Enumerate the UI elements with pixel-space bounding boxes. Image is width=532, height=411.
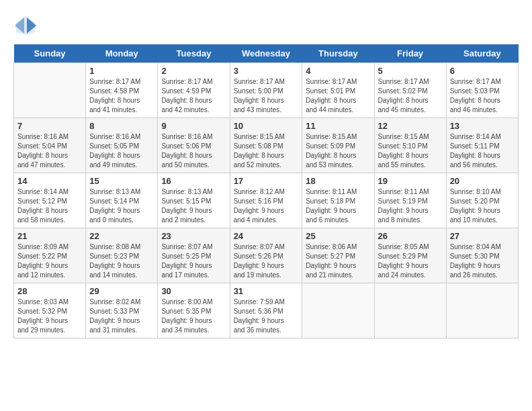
day-number: 26 — [378, 231, 443, 241]
calendar-cell — [302, 283, 374, 338]
calendar-cell: 8Sunrise: 8:16 AM Sunset: 5:05 PM Daylig… — [86, 118, 158, 173]
day-number: 12 — [378, 121, 443, 131]
weekday-header-row: SundayMondayTuesdayWednesdayThursdayFrid… — [14, 44, 519, 63]
day-number: 27 — [450, 231, 515, 241]
day-number: 17 — [234, 176, 299, 186]
day-info: Sunrise: 8:15 AM Sunset: 5:08 PM Dayligh… — [234, 132, 299, 170]
day-info: Sunrise: 8:06 AM Sunset: 5:27 PM Dayligh… — [306, 242, 370, 280]
calendar-cell: 3Sunrise: 8:17 AM Sunset: 5:00 PM Daylig… — [230, 63, 302, 118]
day-info: Sunrise: 7:59 AM Sunset: 5:36 PM Dayligh… — [234, 298, 299, 335]
calendar-cell: 26Sunrise: 8:05 AM Sunset: 5:29 PM Dayli… — [374, 228, 446, 283]
day-info: Sunrise: 8:17 AM Sunset: 4:58 PM Dayligh… — [89, 77, 154, 115]
day-info: Sunrise: 8:13 AM Sunset: 5:15 PM Dayligh… — [161, 187, 226, 225]
day-info: Sunrise: 8:16 AM Sunset: 5:05 PM Dayligh… — [89, 132, 154, 170]
day-info: Sunrise: 8:02 AM Sunset: 5:33 PM Dayligh… — [89, 298, 154, 335]
calendar-cell: 14Sunrise: 8:14 AM Sunset: 5:12 PM Dayli… — [14, 173, 86, 228]
day-info: Sunrise: 8:09 AM Sunset: 5:22 PM Dayligh… — [17, 242, 82, 280]
calendar-cell: 5Sunrise: 8:17 AM Sunset: 5:02 PM Daylig… — [374, 63, 446, 118]
calendar-cell: 1Sunrise: 8:17 AM Sunset: 4:58 PM Daylig… — [86, 63, 158, 118]
day-number: 20 — [450, 176, 515, 186]
day-info: Sunrise: 8:12 AM Sunset: 5:16 PM Dayligh… — [234, 187, 299, 225]
calendar-cell: 6Sunrise: 8:17 AM Sunset: 5:03 PM Daylig… — [446, 63, 518, 118]
day-number: 16 — [161, 176, 226, 186]
calendar-cell: 18Sunrise: 8:11 AM Sunset: 5:18 PM Dayli… — [302, 173, 374, 228]
calendar-cell: 23Sunrise: 8:07 AM Sunset: 5:25 PM Dayli… — [158, 228, 230, 283]
calendar-table: SundayMondayTuesdayWednesdayThursdayFrid… — [13, 44, 519, 338]
calendar-cell: 10Sunrise: 8:15 AM Sunset: 5:08 PM Dayli… — [230, 118, 302, 173]
day-number: 18 — [306, 176, 370, 186]
calendar-cell: 9Sunrise: 8:16 AM Sunset: 5:06 PM Daylig… — [158, 118, 230, 173]
day-info: Sunrise: 8:14 AM Sunset: 5:11 PM Dayligh… — [450, 132, 515, 170]
weekday-header-thursday: Thursday — [302, 44, 374, 63]
day-number: 22 — [89, 231, 154, 241]
day-info: Sunrise: 8:16 AM Sunset: 5:04 PM Dayligh… — [17, 132, 82, 170]
day-info: Sunrise: 8:17 AM Sunset: 5:00 PM Dayligh… — [234, 77, 299, 115]
day-info: Sunrise: 8:10 AM Sunset: 5:20 PM Dayligh… — [450, 187, 515, 225]
week-row-4: 21Sunrise: 8:09 AM Sunset: 5:22 PM Dayli… — [14, 228, 519, 283]
logo — [13, 13, 42, 38]
day-info: Sunrise: 8:11 AM Sunset: 5:19 PM Dayligh… — [378, 187, 443, 225]
calendar-cell: 22Sunrise: 8:08 AM Sunset: 5:23 PM Dayli… — [86, 228, 158, 283]
week-row-2: 7Sunrise: 8:16 AM Sunset: 5:04 PM Daylig… — [14, 118, 519, 173]
calendar-cell: 24Sunrise: 8:07 AM Sunset: 5:26 PM Dayli… — [230, 228, 302, 283]
day-number: 7 — [17, 121, 82, 131]
calendar-cell: 31Sunrise: 7:59 AM Sunset: 5:36 PM Dayli… — [230, 283, 302, 338]
day-number: 5 — [378, 66, 443, 76]
calendar-cell: 21Sunrise: 8:09 AM Sunset: 5:22 PM Dayli… — [14, 228, 86, 283]
weekday-header-wednesday: Wednesday — [230, 44, 302, 63]
day-number: 28 — [17, 286, 82, 296]
day-info: Sunrise: 8:17 AM Sunset: 4:59 PM Dayligh… — [161, 77, 226, 115]
calendar-cell: 11Sunrise: 8:15 AM Sunset: 5:09 PM Dayli… — [302, 118, 374, 173]
calendar-cell: 13Sunrise: 8:14 AM Sunset: 5:11 PM Dayli… — [446, 118, 518, 173]
day-number: 24 — [234, 231, 299, 241]
calendar-cell: 16Sunrise: 8:13 AM Sunset: 5:15 PM Dayli… — [158, 173, 230, 228]
day-number: 10 — [234, 121, 299, 131]
calendar-cell: 7Sunrise: 8:16 AM Sunset: 5:04 PM Daylig… — [14, 118, 86, 173]
day-number: 19 — [378, 176, 443, 186]
day-number: 6 — [450, 66, 515, 76]
calendar-cell: 27Sunrise: 8:04 AM Sunset: 5:30 PM Dayli… — [446, 228, 518, 283]
day-number: 8 — [89, 121, 154, 131]
calendar-cell: 20Sunrise: 8:10 AM Sunset: 5:20 PM Dayli… — [446, 173, 518, 228]
week-row-3: 14Sunrise: 8:14 AM Sunset: 5:12 PM Dayli… — [14, 173, 519, 228]
day-info: Sunrise: 8:15 AM Sunset: 5:09 PM Dayligh… — [306, 132, 370, 170]
logo-icon — [13, 13, 38, 38]
day-number: 2 — [161, 66, 226, 76]
calendar-cell: 17Sunrise: 8:12 AM Sunset: 5:16 PM Dayli… — [230, 173, 302, 228]
calendar-cell — [446, 283, 518, 338]
week-row-5: 28Sunrise: 8:03 AM Sunset: 5:32 PM Dayli… — [14, 283, 519, 338]
day-number: 9 — [161, 121, 226, 131]
day-info: Sunrise: 8:07 AM Sunset: 5:25 PM Dayligh… — [161, 242, 226, 280]
calendar-cell: 15Sunrise: 8:13 AM Sunset: 5:14 PM Dayli… — [86, 173, 158, 228]
calendar-cell — [374, 283, 446, 338]
day-number: 13 — [450, 121, 515, 131]
day-info: Sunrise: 8:05 AM Sunset: 5:29 PM Dayligh… — [378, 242, 443, 280]
weekday-header-saturday: Saturday — [446, 44, 518, 63]
day-info: Sunrise: 8:13 AM Sunset: 5:14 PM Dayligh… — [89, 187, 154, 225]
day-number: 25 — [306, 231, 370, 241]
calendar-cell: 4Sunrise: 8:17 AM Sunset: 5:01 PM Daylig… — [302, 63, 374, 118]
week-row-1: 1Sunrise: 8:17 AM Sunset: 4:58 PM Daylig… — [14, 63, 519, 118]
day-info: Sunrise: 8:17 AM Sunset: 5:03 PM Dayligh… — [450, 77, 515, 115]
calendar-cell — [14, 63, 86, 118]
day-number: 14 — [17, 176, 82, 186]
day-info: Sunrise: 8:16 AM Sunset: 5:06 PM Dayligh… — [161, 132, 226, 170]
day-info: Sunrise: 8:15 AM Sunset: 5:10 PM Dayligh… — [378, 132, 443, 170]
day-info: Sunrise: 8:17 AM Sunset: 5:02 PM Dayligh… — [378, 77, 443, 115]
weekday-header-sunday: Sunday — [14, 44, 86, 63]
day-info: Sunrise: 8:11 AM Sunset: 5:18 PM Dayligh… — [306, 187, 370, 225]
day-number: 15 — [89, 176, 154, 186]
day-info: Sunrise: 8:00 AM Sunset: 5:35 PM Dayligh… — [161, 298, 226, 335]
day-number: 21 — [17, 231, 82, 241]
calendar-cell: 19Sunrise: 8:11 AM Sunset: 5:19 PM Dayli… — [374, 173, 446, 228]
day-info: Sunrise: 8:03 AM Sunset: 5:32 PM Dayligh… — [17, 298, 82, 335]
day-info: Sunrise: 8:17 AM Sunset: 5:01 PM Dayligh… — [306, 77, 370, 115]
day-number: 23 — [161, 231, 226, 241]
calendar-cell: 29Sunrise: 8:02 AM Sunset: 5:33 PM Dayli… — [86, 283, 158, 338]
day-number: 29 — [89, 286, 154, 296]
day-info: Sunrise: 8:14 AM Sunset: 5:12 PM Dayligh… — [17, 187, 82, 225]
day-number: 11 — [306, 121, 370, 131]
day-number: 31 — [234, 286, 299, 296]
day-info: Sunrise: 8:07 AM Sunset: 5:26 PM Dayligh… — [234, 242, 299, 280]
calendar-cell: 2Sunrise: 8:17 AM Sunset: 4:59 PM Daylig… — [158, 63, 230, 118]
